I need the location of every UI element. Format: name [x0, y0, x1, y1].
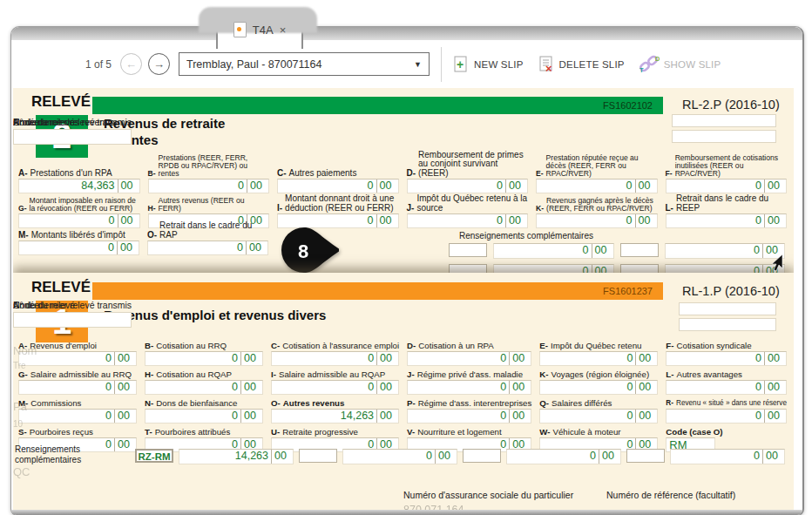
- amount-field[interactable]: 000: [271, 351, 399, 366]
- amount-field[interactable]: 000: [539, 351, 658, 366]
- rl1-header-bar: FS1601237: [92, 282, 663, 300]
- code-field[interactable]: [626, 449, 665, 463]
- rl2-transmit-boxes[interactable]: [672, 114, 776, 146]
- amount-field[interactable]: 000: [18, 380, 137, 395]
- box-label: G-Montant imposable en raison de la révo…: [18, 196, 140, 213]
- delete-slip-button[interactable]: × DELETE SLIP: [538, 56, 625, 73]
- box-label: D-Remboursement de primes au conjoint su…: [407, 161, 529, 178]
- amount-field[interactable]: 000: [147, 241, 268, 255]
- form-box: D-Remboursement de primes au conjoint su…: [407, 161, 529, 193]
- rl1-renseignements-label: Renseignementscomplémentaires: [15, 444, 130, 465]
- form-box: O-Retrait dans le cadre du RAP000: [147, 223, 268, 255]
- form-box: C-Autres paiements000: [277, 161, 399, 193]
- amount-field[interactable]: 000: [506, 449, 621, 464]
- file-dot-icon: [237, 27, 241, 31]
- code-field[interactable]: [449, 243, 487, 257]
- slip-window: 1 of 5 ← → Tremblay, Paul - 870071164 ▼ …: [10, 26, 804, 515]
- box-label: E-Prestation réputée reçue au décès (REE…: [536, 161, 658, 178]
- form-box: J-Régime privé d'ass. maladie000: [407, 369, 531, 395]
- box-label: J-Régime privé d'ass. maladie: [407, 369, 531, 379]
- form-box: I-Salaire admissible au RQAP000: [271, 369, 399, 395]
- box-label: S-Pourboires reçus: [18, 426, 137, 437]
- app-root: T4A × 1 of 5 ← → Tremblay, Paul - 870071…: [0, 0, 812, 515]
- slip-selector[interactable]: Tremblay, Paul - 870071164 ▼: [179, 52, 430, 76]
- header-field-label: N° du dernier relevé transmis: [13, 300, 132, 310]
- amount-field[interactable]: 000: [277, 179, 399, 193]
- amount-field[interactable]: 000: [148, 179, 270, 193]
- next-slip-button[interactable]: →: [148, 53, 170, 75]
- reference-label: Numéro de référence (facultatif): [606, 490, 735, 500]
- amount-field[interactable]: 000: [145, 380, 263, 395]
- svg-text:D: D: [655, 55, 660, 63]
- new-slip-button[interactable]: + NEW SLIP: [452, 56, 524, 73]
- amount-field[interactable]: 000: [407, 213, 529, 228]
- amount-field[interactable]: 000: [342, 449, 457, 464]
- tab-t4a[interactable]: T4A ×: [216, 9, 303, 49]
- form-box: B-Prestations (REER, FERR, RPDB ou RPAC/…: [148, 161, 270, 193]
- form-box: M-Commissions000: [18, 397, 137, 424]
- amount-field[interactable]: 000: [407, 179, 529, 193]
- amount-field[interactable]: 000: [536, 179, 658, 193]
- svg-text:T: T: [639, 66, 644, 73]
- code-field[interactable]: [299, 449, 337, 463]
- amount-field[interactable]: 000: [666, 179, 788, 193]
- rl1-form-code: FS1601237: [603, 286, 653, 296]
- header-field-input[interactable]: [13, 129, 132, 145]
- amount-field[interactable]: 000: [407, 409, 531, 424]
- amount-field[interactable]: 000: [539, 380, 658, 395]
- previous-slip-button[interactable]: ←: [120, 53, 142, 75]
- amount-field[interactable]: 000: [666, 351, 787, 366]
- amount-field[interactable]: 000: [666, 409, 787, 424]
- new-slip-icon: +: [452, 56, 470, 73]
- amount-field[interactable]: 14,26300: [179, 449, 294, 464]
- ghost-nom: Nom: [13, 344, 37, 357]
- header-field-input[interactable]: [13, 312, 132, 328]
- amount-field[interactable]: 000: [407, 380, 531, 395]
- box-label: H-Autres revenus (REER ou FERR): [148, 196, 270, 213]
- amount-field[interactable]: 000: [493, 243, 614, 259]
- code-field[interactable]: [620, 243, 659, 257]
- box-label: L-Autres avantages: [666, 369, 787, 379]
- box-label: N-Dons de bienfaisance: [145, 397, 263, 408]
- mouse-cursor: [763, 254, 786, 275]
- rl1-slip: RELEVÉ FS1601237 RL-1.P (2016-10) 1 Reve…: [13, 273, 794, 510]
- amount-field[interactable]: 000: [145, 409, 263, 424]
- code-field[interactable]: RZ-RM: [135, 449, 173, 463]
- code-field[interactable]: [463, 449, 501, 463]
- link-chain-icon: D T: [639, 55, 660, 73]
- amount-field[interactable]: 000: [670, 449, 785, 464]
- box-label: E-Impôt du Québec retenu: [539, 340, 658, 350]
- amount-field[interactable]: 000: [666, 213, 788, 228]
- rl1-transmit-boxes[interactable]: [679, 302, 776, 334]
- amount-field[interactable]: 000: [271, 380, 399, 395]
- ghost-tre: Tre: [13, 361, 26, 370]
- form-box: B-Cotisation au RRQ000: [145, 340, 263, 366]
- delete-slip-label: DELETE SLIP: [559, 59, 625, 70]
- amount-field[interactable]: 000: [18, 409, 137, 424]
- ghost-qc: QC: [13, 465, 30, 478]
- amount-field[interactable]: 000: [407, 351, 531, 366]
- header-field: N° du dernier relevé transmis: [13, 300, 132, 328]
- amount-field[interactable]: 000: [666, 380, 787, 395]
- form-box: E-Impôt du Québec retenu000: [539, 340, 658, 366]
- new-slip-label: NEW SLIP: [474, 59, 524, 70]
- box-label: K-Voyages (région éloignée): [539, 369, 658, 379]
- window-bottom-band: [11, 510, 802, 515]
- slip-file-icon: [233, 22, 247, 37]
- amount-field[interactable]: 000: [18, 241, 139, 255]
- amount-field[interactable]: 000: [536, 213, 658, 228]
- close-icon[interactable]: ×: [280, 24, 287, 37]
- amount-field[interactable]: 000: [145, 351, 263, 366]
- amount-field[interactable]: 84,36300: [18, 179, 140, 193]
- box-label: A-Prestations d'un RPA: [18, 161, 140, 178]
- rl2-renseignements-label: Renseignements complémentaires: [459, 231, 785, 241]
- tab-label: T4A: [253, 24, 274, 37]
- box-label: I-Salaire admissible au RQAP: [271, 369, 399, 379]
- form-box: O-Autres revenus14,26300: [271, 397, 399, 424]
- box-label: C-Autres paiements: [277, 161, 399, 178]
- box-label: O-Autres revenus: [271, 397, 399, 408]
- form-box: K-Voyages (région éloignée)000: [539, 369, 658, 395]
- show-slip-button[interactable]: D T SHOW SLIP: [639, 55, 721, 73]
- amount-field[interactable]: 000: [539, 409, 658, 424]
- amount-field[interactable]: 14,26300: [271, 409, 399, 424]
